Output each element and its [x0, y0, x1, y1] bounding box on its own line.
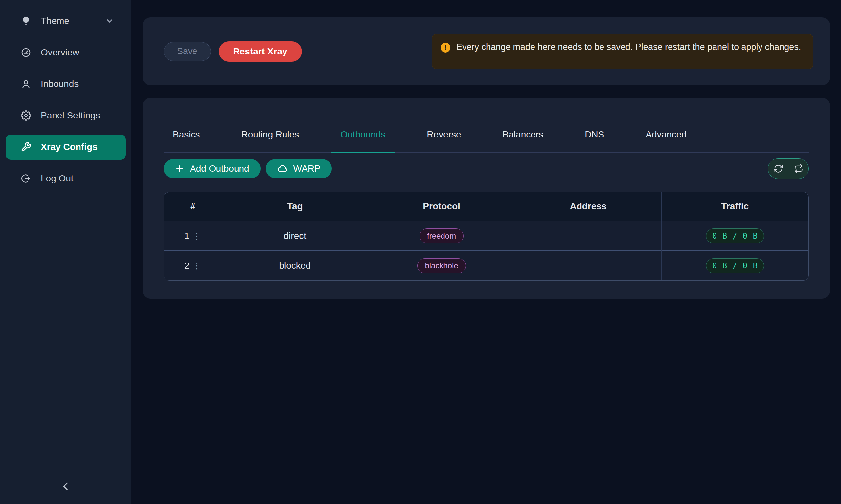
tab-balancers[interactable]: Balancers	[494, 129, 553, 152]
repeat-icon	[794, 164, 803, 173]
column-header-index: #	[164, 192, 222, 221]
tag-cell: blocked	[222, 251, 368, 280]
protocol-badge: blackhole	[417, 258, 465, 273]
column-header-protocol: Protocol	[368, 192, 515, 221]
sidebar-item-label: Inbounds	[41, 79, 79, 89]
reset-traffic-button[interactable]	[788, 159, 808, 179]
logout-icon	[20, 173, 32, 184]
action-buttons: Save Restart Xray	[164, 41, 302, 62]
sidebar-item-log-out-wrap: Log Out	[0, 163, 132, 194]
sidebar-item-inbounds[interactable]: Inbounds	[5, 72, 126, 97]
row-menu-icon[interactable]: ⋮	[193, 232, 201, 240]
row-index: 2	[184, 260, 190, 271]
actions-card: Save Restart Xray ! Every change made he…	[142, 17, 830, 85]
restart-warning-alert: ! Every change made here needs to be sav…	[432, 34, 813, 69]
dashboard-icon	[20, 47, 32, 58]
sidebar-item-theme[interactable]: Theme	[5, 8, 126, 34]
bulb-icon	[20, 15, 32, 27]
table-row: 1 ⋮ direct freedom 0 B / 0 B	[164, 221, 808, 251]
tab-outbounds[interactable]: Outbounds	[331, 129, 395, 152]
gear-icon	[20, 110, 32, 121]
refresh-icon	[774, 164, 783, 173]
table-actions-group	[768, 159, 809, 179]
traffic-badge: 0 B / 0 B	[706, 228, 764, 244]
sidebar-nav: Theme Overview	[0, 0, 132, 194]
config-tabs: Basics Routing Rules Outbounds Reverse B…	[164, 98, 809, 153]
table-row: 2 ⋮ blocked blackhole 0 B / 0 B	[164, 251, 808, 280]
tag-cell: direct	[222, 221, 368, 251]
column-header-traffic: Traffic	[662, 192, 808, 221]
xray-config-card: Basics Routing Rules Outbounds Reverse B…	[142, 98, 830, 299]
tab-routing-rules[interactable]: Routing Rules	[232, 129, 308, 152]
add-outbound-label: Add Outbound	[190, 163, 250, 174]
sidebar-item-theme-wrap: Theme	[0, 5, 132, 37]
sidebar-collapse-button[interactable]	[56, 477, 75, 496]
row-menu-icon[interactable]: ⋮	[193, 262, 201, 270]
table-header-row: # Tag Protocol Address Traffic	[164, 192, 808, 221]
xray-panel-app: Theme Overview	[0, 0, 841, 504]
user-icon	[20, 78, 32, 90]
address-cell	[515, 251, 661, 280]
sidebar-item-panel-settings-wrap: Panel Settings	[0, 100, 132, 131]
sidebar-item-label: Xray Configs	[41, 142, 98, 152]
address-cell	[515, 221, 661, 251]
add-outbound-button[interactable]: Add Outbound	[164, 159, 260, 178]
sidebar-item-inbounds-wrap: Inbounds	[0, 68, 132, 100]
sidebar-item-xray-configs[interactable]: Xray Configs	[5, 134, 126, 160]
sidebar-item-panel-settings[interactable]: Panel Settings	[5, 103, 126, 128]
column-header-tag: Tag	[222, 192, 368, 221]
alert-message: Every change made here needs to be saved…	[456, 40, 801, 54]
outbounds-toolbar: Add Outbound WARP	[164, 159, 809, 179]
tab-reverse[interactable]: Reverse	[417, 129, 470, 152]
warp-button[interactable]: WARP	[266, 159, 332, 178]
warning-icon: !	[441, 43, 450, 53]
sidebar-item-label: Theme	[41, 16, 69, 26]
sidebar-item-label: Log Out	[41, 173, 73, 184]
restart-xray-button[interactable]: Restart Xray	[219, 41, 302, 62]
wrench-icon	[20, 141, 32, 153]
sidebar: Theme Overview	[0, 0, 132, 504]
warp-label: WARP	[293, 163, 321, 174]
tab-basics[interactable]: Basics	[164, 129, 209, 152]
sidebar-item-xray-configs-wrap: Xray Configs	[0, 131, 132, 163]
sidebar-item-overview[interactable]: Overview	[5, 40, 126, 65]
save-button[interactable]: Save	[164, 42, 211, 61]
tab-dns[interactable]: DNS	[576, 129, 613, 152]
sidebar-item-label: Overview	[41, 47, 79, 58]
outbounds-table: # Tag Protocol Address Traffic 1	[164, 192, 809, 281]
refresh-button[interactable]	[768, 159, 788, 179]
plus-icon	[175, 164, 185, 174]
chevron-left-icon	[60, 481, 71, 492]
column-header-address: Address	[515, 192, 661, 221]
protocol-badge: freedom	[419, 228, 464, 244]
chevron-down-icon	[105, 17, 114, 25]
sidebar-item-overview-wrap: Overview	[0, 37, 132, 68]
traffic-badge: 0 B / 0 B	[706, 258, 764, 273]
main-content: Save Restart Xray ! Every change made he…	[132, 0, 841, 504]
row-index: 1	[184, 231, 190, 241]
sidebar-item-label: Panel Settings	[41, 110, 100, 121]
sidebar-item-log-out[interactable]: Log Out	[5, 166, 126, 191]
cloud-icon	[277, 163, 288, 174]
tab-advanced[interactable]: Advanced	[636, 129, 696, 152]
